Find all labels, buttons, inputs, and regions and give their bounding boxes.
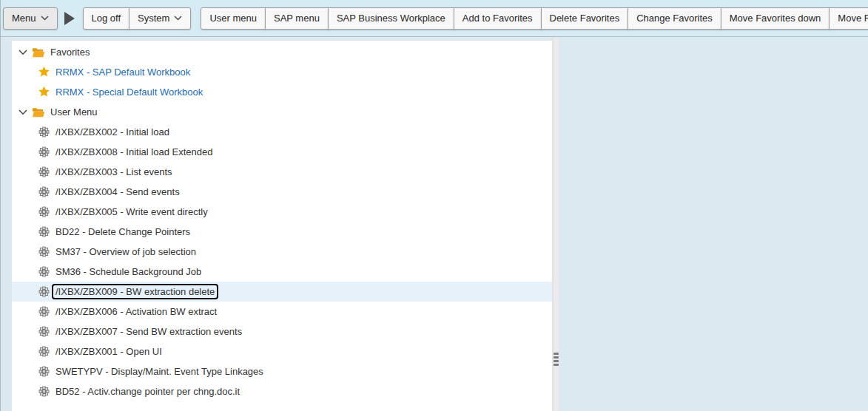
folder-icon (31, 107, 45, 118)
tree-item-ixbx-zbx007[interactable]: /IXBX/ZBX007 - Send BW extraction events (12, 322, 552, 342)
toolbar-button-system[interactable]: System (129, 7, 191, 30)
tree-item-ixbx-zbx001[interactable]: /IXBX/ZBX001 - Open UI (12, 342, 552, 361)
sap-easy-access-window: Menu Log offSystem User menuSAP menuSAP … (0, 0, 868, 411)
menu-tree: FavoritesRRMX - SAP Default WorkbookRRMX… (11, 40, 553, 411)
toolbar-button-label: User menu (209, 13, 257, 24)
tree-item-ixbx-zbx005[interactable]: /IXBX/ZBX005 - Write event directly (12, 202, 552, 222)
continue-button[interactable] (64, 12, 75, 25)
transaction-icon (38, 366, 50, 377)
tree-item-label: BD22 - Delete Change Pointers (55, 225, 190, 238)
transaction-icon (38, 306, 50, 317)
tree-item-label: /IXBX/ZBX006 - Activation BW extract (55, 305, 217, 318)
chevron-down-icon (41, 16, 49, 21)
toolbar-button-change-favorites[interactable]: Change Favorites (628, 7, 721, 30)
chevron-down-icon (174, 16, 182, 21)
toolbar-button-sap-menu[interactable]: SAP menu (265, 7, 329, 30)
tree-item-rrmx[interactable]: RRMX - Special Default Workbook (12, 82, 552, 102)
transaction-icon (38, 166, 50, 177)
tree-item-label: /IXBX/ZBX001 - Open UI (55, 345, 162, 358)
transaction-icon (38, 326, 50, 337)
tree-item-label: SM37 - Overview of job selection (55, 245, 196, 258)
tree-item-label: /IXBX/ZBX004 - Send events (55, 186, 180, 198)
toolbar-action-strip: User menuSAP menuSAP Business WorkplaceA… (201, 7, 868, 30)
toolbar-button-add-to-favorites[interactable]: Add to Favorites (454, 7, 542, 30)
star-icon (38, 66, 50, 78)
toolbar-button-sap-business-workplace[interactable]: SAP Business Workplace (328, 7, 454, 30)
tree-item-label: BD52 - Activ.change pointer per chng.doc… (55, 385, 240, 398)
tree-item-label: /IXBX/ZBX007 - Send BW extraction events (55, 325, 242, 338)
tree-item-ixbx-zbx009[interactable]: /IXBX/ZBX009 - BW extraction delete (12, 282, 552, 302)
tree-item-ixbx-zbx006[interactable]: /IXBX/ZBX006 - Activation BW extract (12, 302, 552, 322)
transaction-icon (38, 186, 50, 197)
folder-icon (31, 47, 45, 58)
transaction-icon (38, 386, 50, 397)
transaction-icon (38, 286, 50, 297)
transaction-icon (38, 126, 50, 137)
tree-item-label: /IXBX/ZBX009 - BW extraction delete (52, 284, 218, 299)
session-button-group: Log offSystem (83, 7, 192, 30)
toolbar-button-label: SAP Business Workplace (337, 13, 445, 24)
tree-item-ixbx-zbx008[interactable]: /IXBX/ZBX008 - Initial load Extended (12, 142, 552, 162)
tree-item-label: /IXBX/ZBX003 - List events (55, 166, 172, 178)
tree-item-ixbx-zbx002[interactable]: /IXBX/ZBX002 - Initial load (12, 122, 552, 142)
toolbar-button-log-off[interactable]: Log off (83, 7, 130, 30)
tree-item-label: /IXBX/ZBX002 - Initial load (55, 126, 169, 138)
tree-item-sm37[interactable]: SM37 - Overview of job selection (12, 242, 552, 262)
toolbar-button-label: System (138, 13, 169, 24)
tree-item-label: /IXBX/ZBX005 - Write event directly (55, 206, 208, 218)
tree-item-swetypv[interactable]: SWETYPV - Display/Maint. Event Type Link… (12, 361, 552, 381)
star-icon (38, 86, 50, 98)
tree-folder-user-menu[interactable]: User Menu (12, 102, 552, 122)
transaction-icon (38, 206, 50, 217)
transaction-icon (38, 266, 50, 277)
tree-item-label: RRMX - SAP Default Workbook (55, 66, 190, 78)
menu-button-label: Menu (12, 13, 36, 24)
grip-dots-icon (554, 353, 559, 366)
tree-folder-label: User Menu (50, 106, 98, 118)
transaction-icon (38, 346, 50, 357)
tree-item-label: SM36 - Schedule Background Job (55, 265, 201, 278)
toolbar-button-label: Change Favorites (636, 13, 713, 24)
tree-item-rrmx[interactable]: RRMX - SAP Default Workbook (12, 62, 552, 82)
tree-item-ixbx-zbx003[interactable]: /IXBX/ZBX003 - List events (12, 162, 552, 182)
toolbar-button-label: SAP menu (274, 13, 320, 24)
toolbar-button-label: Add to Favorites (462, 13, 533, 24)
tree-item-label: SWETYPV - Display/Maint. Event Type Link… (55, 365, 263, 378)
chevron-down-icon[interactable] (18, 50, 27, 55)
toolbar-button-label: Delete Favorites (550, 13, 620, 24)
toolbar-button-move-favorites-down[interactable]: Move Favorites down (721, 7, 830, 30)
toolbar-button-delete-favorites[interactable]: Delete Favorites (541, 7, 629, 30)
tree-item-bd52[interactable]: BD52 - Activ.change pointer per chng.doc… (12, 381, 552, 401)
tree-item-sm36[interactable]: SM36 - Schedule Background Job (12, 262, 552, 282)
toolbar-button-label: Log off (92, 13, 121, 24)
transaction-icon (38, 246, 50, 257)
tree-item-ixbx-zbx004[interactable]: /IXBX/ZBX004 - Send events (12, 182, 552, 202)
toolbar-button-move-favorites-up[interactable]: Move Favorites up (829, 7, 868, 30)
transaction-icon (38, 226, 50, 237)
menu-button[interactable]: Menu (3, 7, 58, 30)
tree-folder-label: Favorites (50, 46, 90, 58)
panel-splitter[interactable] (553, 38, 559, 411)
content-area (559, 38, 868, 411)
toolbar-button-user-menu[interactable]: User menu (201, 7, 266, 30)
toolbar-button-label: Move Favorites down (730, 13, 821, 24)
toolbar: Menu Log offSystem User menuSAP menuSAP … (1, 0, 868, 37)
tree-item-label: /IXBX/ZBX008 - Initial load Extended (55, 146, 212, 158)
transaction-icon (38, 146, 50, 157)
tree-item-bd22[interactable]: BD22 - Delete Change Pointers (12, 222, 552, 242)
tree-item-label: RRMX - Special Default Workbook (55, 86, 203, 98)
play-icon (64, 12, 75, 25)
toolbar-button-label: Move Favorites up (838, 13, 868, 24)
chevron-down-icon[interactable] (18, 109, 27, 115)
tree-folder-favorites[interactable]: Favorites (12, 42, 552, 62)
